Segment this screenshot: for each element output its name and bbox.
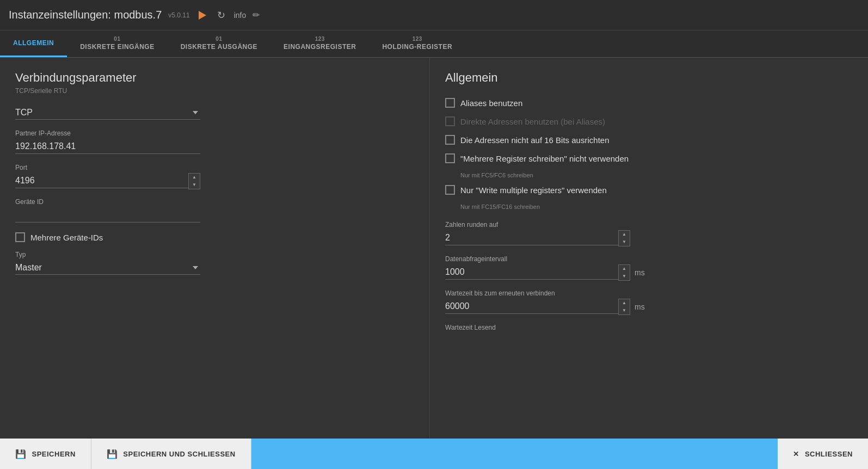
direkte-adressen-row: Direkte Adressen benutzen (bei Aliases) [445,116,853,126]
connection-type-group: TCP Serial RTU [15,106,414,120]
tab-diskrete-eingaenge[interactable]: 01 DISKRETE EINGÄNGE [67,30,168,57]
connection-type-select[interactable]: TCP Serial RTU [15,106,200,120]
close-label: SCHLIESSEN [805,450,853,458]
save-label: SPEICHERN [32,450,76,458]
tab-eingangsregister[interactable]: 123 EINGANGSREGISTER [270,30,369,57]
save-close-button[interactable]: 💾 SPEICHERN UND SCHLIESSEN [91,439,251,469]
wartezeit-verbinden-decrement[interactable]: ▼ [619,307,630,314]
mehrere-register-checkbox[interactable] [445,153,455,163]
tab-allgemein[interactable]: ALLGEMEIN [0,30,67,57]
tab-holding-register-label: HOLDING-REGISTER [382,43,452,51]
wartezeit-verbinden-label: Wartezeit bis zum erneuten verbinden [445,289,853,297]
direkte-adressen-section: Direkte Adressen benutzen (bei Aliases) [445,116,853,126]
type-select-wrapper: Master Slave [15,261,200,275]
zahlen-runden-increment[interactable]: ▲ [619,231,630,238]
write-multiple-row: Nur "Write multiple registers" verwenden [445,185,853,195]
port-increment-button[interactable]: ▲ [189,174,200,181]
close-icon: ✕ [793,450,799,458]
zahlen-runden-decrement[interactable]: ▼ [619,238,630,246]
wartezeit-verbinden-increment[interactable]: ▲ [619,299,630,307]
ip-address-input[interactable] [15,139,200,154]
zahlen-runden-spinners: ▲ ▼ [618,230,630,246]
mehrere-register-label: "Mehrere Register schreiben" nicht verwe… [460,154,629,163]
multiple-devices-label: Mehrere Geräte-IDs [30,233,103,242]
mehrere-register-section: "Mehrere Register schreiben" nicht verwe… [445,153,853,178]
port-input[interactable] [15,174,200,188]
zahlen-runden-input[interactable] [445,231,630,245]
adressen-16bit-checkbox[interactable] [445,135,455,145]
version-badge: v5.0.11 [168,11,189,19]
zahlen-runden-label: Zahlen runden auf [445,221,853,229]
datenabfrage-field-row: ▲ ▼ ms [445,265,853,280]
multiple-devices-checkbox[interactable] [15,232,25,242]
tab-holding-register[interactable]: 123 HOLDING-REGISTER [369,30,465,57]
wartezeit-lesend-label: Wartezeit Lesend [445,324,853,331]
mehrere-register-sub: Nur mit FC5/FC6 schreiben [460,172,853,178]
save-close-label: SPEICHERN UND SCHLIESSEN [123,450,235,458]
port-spinners: ▲ ▼ [188,173,200,189]
port-input-wrapper: ▲ ▼ [15,174,200,188]
refresh-button[interactable]: ↻ [215,7,227,23]
wartezeit-lesend-group: Wartezeit Lesend [445,324,853,331]
wartezeit-verbinden-wrapper: ▲ ▼ [445,299,630,314]
port-group: Port ▲ ▼ [15,164,414,188]
datenabfrage-wrapper: ▲ ▼ [445,265,630,280]
zahlen-runden-field-row: ▲ ▼ [445,231,853,245]
datenabfrage-spinners: ▲ ▼ [618,264,630,281]
multiple-devices-row: Mehrere Geräte-IDs [15,232,414,242]
edit-icon[interactable]: ✏ [253,10,260,20]
ip-address-group: Partner IP-Adresse [15,129,414,154]
adressen-16bit-section: Die Adressen nicht auf 16 Bits ausrichte… [445,135,853,145]
write-multiple-checkbox[interactable] [445,185,455,195]
save-close-icon: 💾 [107,449,118,459]
zahlen-runden-group: Zahlen runden auf ▲ ▼ [445,221,853,245]
write-multiple-label: Nur "Write multiple registers" verwenden [460,186,607,195]
tab-bar: ALLGEMEIN 01 DISKRETE EINGÄNGE 01 DISKRE… [0,30,868,58]
write-multiple-section: Nur "Write multiple registers" verwenden… [445,185,853,210]
right-panel-title: Allgemein [445,71,853,85]
aliases-checkbox[interactable] [445,98,455,108]
left-panel-subtitle: TCP/Serielle RTU [15,87,414,95]
device-id-label: Geräte ID [15,198,414,206]
datenabfrage-input[interactable] [445,265,630,280]
tab-diskrete-ausgaenge-icon: 01 [216,36,222,42]
type-group: Typ Master Slave [15,251,414,275]
datenabfrage-unit: ms [635,268,645,277]
tab-diskrete-eingaenge-icon: 01 [114,36,120,42]
connection-type-wrapper: TCP Serial RTU [15,106,200,120]
header: Instanzeinstellungen: modbus.7 v5.0.11 ↻… [0,0,868,30]
save-icon: 💾 [15,449,27,459]
page-title: Instanzeinstellungen: modbus.7 [9,9,162,21]
datenabfrage-decrement[interactable]: ▼ [619,273,630,280]
refresh-icon: ↻ [217,9,225,21]
tab-eingangsregister-label: EINGANGSREGISTER [284,43,356,51]
type-select[interactable]: Master Slave [15,261,200,275]
wartezeit-verbinden-input[interactable] [445,299,630,314]
type-label: Typ [15,251,414,258]
port-decrement-button[interactable]: ▼ [189,181,200,189]
info-link[interactable]: info [234,11,247,20]
datenabfrage-increment[interactable]: ▲ [619,265,630,273]
datenabfrage-label: Datenabfrageintervall [445,255,853,263]
close-button[interactable]: ✕ SCHLIESSEN [778,439,868,469]
left-panel-title: Verbindungsparameter [15,71,414,85]
device-id-input[interactable] [15,208,200,223]
tab-diskrete-ausgaenge[interactable]: 01 DISKRETE AUSGÄNGE [168,30,270,57]
tab-eingangsregister-icon: 123 [315,36,325,42]
left-panel: Verbindungsparameter TCP/Serielle RTU TC… [0,58,430,439]
play-button[interactable] [196,9,208,22]
direkte-adressen-checkbox[interactable] [445,116,455,126]
right-panel: Allgemein Aliases benutzen Direkte Adres… [430,58,868,439]
port-label: Port [15,164,414,171]
ip-address-label: Partner IP-Adresse [15,129,414,137]
aliases-section: Aliases benutzen [445,98,853,108]
datenabfrage-group: Datenabfrageintervall ▲ ▼ ms [445,255,853,280]
mehrere-register-row: "Mehrere Register schreiben" nicht verwe… [445,153,853,163]
main-content: Verbindungsparameter TCP/Serielle RTU TC… [0,58,868,439]
tab-diskrete-ausgaenge-label: DISKRETE AUSGÄNGE [181,43,257,51]
save-button[interactable]: 💾 SPEICHERN [0,439,91,469]
direkte-adressen-label: Direkte Adressen benutzen (bei Aliases) [460,117,605,126]
device-id-group: Geräte ID [15,198,414,223]
wartezeit-verbinden-unit: ms [635,303,645,311]
aliases-label: Aliases benutzen [460,98,522,108]
